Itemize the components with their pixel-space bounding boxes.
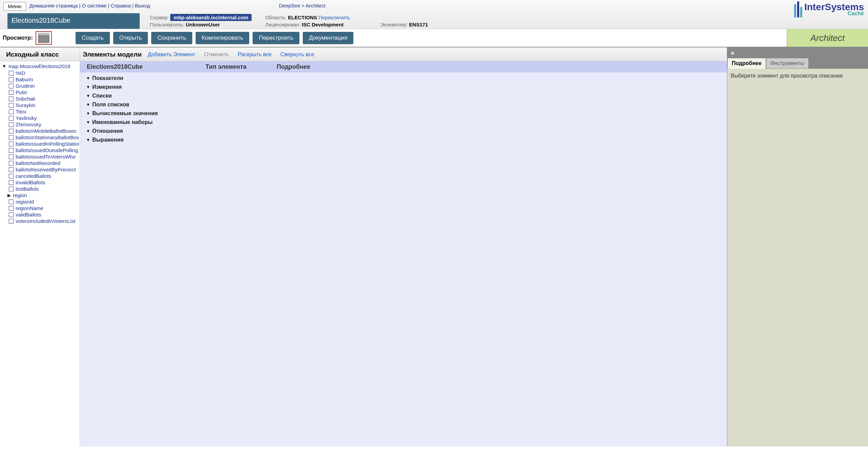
tree-item[interactable]: votersIncludedInVotersList (1, 218, 79, 224)
breadcrumb: DeepSee > Architect (279, 3, 326, 8)
compile-button[interactable]: Компилировать (196, 32, 250, 44)
triangle-down-icon: ▼ (86, 85, 90, 89)
tree-item[interactable]: canceledBallots (1, 173, 79, 179)
view-label: Просмотр: (3, 35, 33, 41)
triangle-down-icon: ▼ (86, 93, 90, 98)
collapse-all-link[interactable]: Свернуть все (280, 51, 314, 58)
model-body: ▼Показатели▼Измерения▼Списки▼Поля списко… (80, 72, 727, 446)
model-elements-header: Элементы модели Добавить Элемент Отменит… (80, 47, 727, 61)
tree-root[interactable]: ▼ map.MoscowElections2018 (1, 63, 79, 70)
header-info: Сервер: mbp-aleksandr.iscinternal.com Об… (150, 15, 486, 29)
menu-button[interactable]: Меню (3, 2, 26, 11)
architect-badge: Architect (787, 29, 868, 47)
category-row[interactable]: ▼Списки (80, 91, 727, 100)
tree-item[interactable]: ballotsIssuedToVotersWho (1, 153, 79, 160)
tree-item[interactable]: ballotsReceivedByPrecinct (1, 166, 79, 173)
tree-item[interactable]: ballotsIssuedOutsidePolling (1, 147, 79, 153)
tree-item[interactable]: validBallots (1, 211, 79, 218)
top-bar: Меню Домашняя страница | О системе | Спр… (0, 0, 868, 29)
tree-item[interactable]: Yavlinsky (1, 115, 79, 121)
triangle-down-icon: ▼ (86, 138, 90, 142)
field-icon (9, 84, 14, 88)
server-value: mbp-aleksandr.iscinternal.com (170, 14, 252, 21)
license-value: ISC Development (302, 22, 343, 27)
category-row[interactable]: ▼Вычисляемые значения (80, 109, 727, 118)
tab-details[interactable]: Подробнее (727, 58, 766, 69)
view-mode-button[interactable] (36, 31, 52, 45)
nav-home[interactable]: Домашняя страница (29, 3, 78, 8)
category-row[interactable]: ▼Измерения (80, 83, 727, 91)
tree-item[interactable]: Suraykin (1, 102, 79, 108)
domain-label: Область: (265, 15, 287, 20)
main-area: Исходный класс ▼ map.MoscowElections2018… (0, 47, 868, 446)
expand-all-link[interactable]: Раскрыть все (238, 51, 272, 58)
category-row[interactable]: ▼Выражения (80, 135, 727, 144)
save-button[interactable]: Сохранить (151, 32, 192, 44)
tree-item[interactable]: regionId (1, 198, 79, 205)
user-label: Пользователь: (150, 22, 184, 27)
field-icon (9, 90, 14, 95)
tree-item[interactable]: ballotsInMobileBallotBoxes (1, 128, 79, 134)
field-icon (9, 200, 14, 204)
breadcrumb-current[interactable]: Architect (306, 3, 326, 8)
triangle-down-icon: ▼ (86, 111, 90, 116)
category-row[interactable]: ▼Показатели (80, 74, 727, 83)
col-details: Подробнее (277, 63, 724, 70)
category-row[interactable]: ▼Отношения (80, 127, 727, 135)
field-icon (9, 219, 14, 224)
tab-tools[interactable]: Инструменты (766, 58, 809, 69)
nav-about[interactable]: О системе (82, 3, 107, 8)
nav-links: Домашняя страница | О системе | Справка … (29, 3, 150, 8)
breadcrumb-root[interactable]: DeepSee (279, 3, 300, 8)
expand-panel-button[interactable]: » (727, 47, 868, 58)
triangle-down-icon: ▼ (2, 64, 6, 69)
tree-item[interactable]: %ID (1, 70, 79, 76)
source-class-panel: Исходный класс ▼ map.MoscowElections2018… (0, 47, 80, 446)
tree-item[interactable]: Sobchak (1, 96, 79, 102)
cube-title: Elections2018Cube (7, 13, 140, 29)
field-icon (9, 122, 14, 127)
toolbar: Просмотр: Создать Открыть Сохранить Комп… (0, 29, 868, 47)
docs-button[interactable]: Документация (303, 32, 353, 44)
open-button[interactable]: Открыть (113, 32, 148, 44)
nav-help[interactable]: Справка (111, 3, 131, 8)
tree-item[interactable]: ballotsIssuedInPollingStation (1, 141, 79, 147)
logo-icon (794, 1, 802, 18)
rebuild-button[interactable]: Перестроить (253, 32, 299, 44)
triangle-right-icon: ▶ (7, 193, 11, 198)
category-row[interactable]: ▼Поля списков (80, 100, 727, 109)
tree-item[interactable]: Baburin (1, 76, 79, 83)
user-value: UnknownUser (186, 22, 220, 27)
col-type: Тип элемента (205, 63, 277, 70)
field-icon (9, 174, 14, 179)
col-name: Elections2018Cube (83, 63, 205, 70)
tree-item[interactable]: ballotsNotRecorded (1, 160, 79, 166)
field-icon (9, 180, 14, 185)
tree-item[interactable]: invalidBallots (1, 179, 79, 186)
field-icon (9, 154, 14, 159)
nav-logout[interactable]: Выход (135, 3, 150, 8)
tree-item[interactable]: Putin (1, 89, 79, 96)
field-icon (9, 97, 14, 101)
triangle-down-icon: ▼ (86, 76, 90, 81)
switch-link[interactable]: Переключить (318, 15, 350, 20)
field-icon (9, 212, 14, 217)
tree-item[interactable]: Titov (1, 108, 79, 115)
tree-item[interactable]: lostBallots (1, 186, 79, 192)
field-icon (9, 187, 14, 191)
field-icon (9, 116, 14, 121)
triangle-down-icon: ▼ (86, 120, 90, 125)
tree-item[interactable]: regionName (1, 205, 79, 211)
license-label: Лицензирован: (265, 22, 300, 27)
tree-item[interactable]: Zhirinovsky (1, 121, 79, 128)
add-element-link[interactable]: Добавить Элемент (148, 51, 195, 58)
category-row[interactable]: ▼Именованные наборы (80, 118, 727, 127)
tree-item[interactable]: Grudinin (1, 83, 79, 89)
field-icon (9, 148, 14, 153)
field-icon (9, 161, 14, 166)
details-tabs: Подробнее Инструменты (727, 58, 868, 69)
tree-item[interactable]: ballotsInStationaryBallotBoxes (1, 134, 79, 141)
create-button[interactable]: Создать (76, 32, 110, 44)
tree-item[interactable]: ▶region (1, 192, 79, 198)
field-icon (9, 135, 14, 140)
